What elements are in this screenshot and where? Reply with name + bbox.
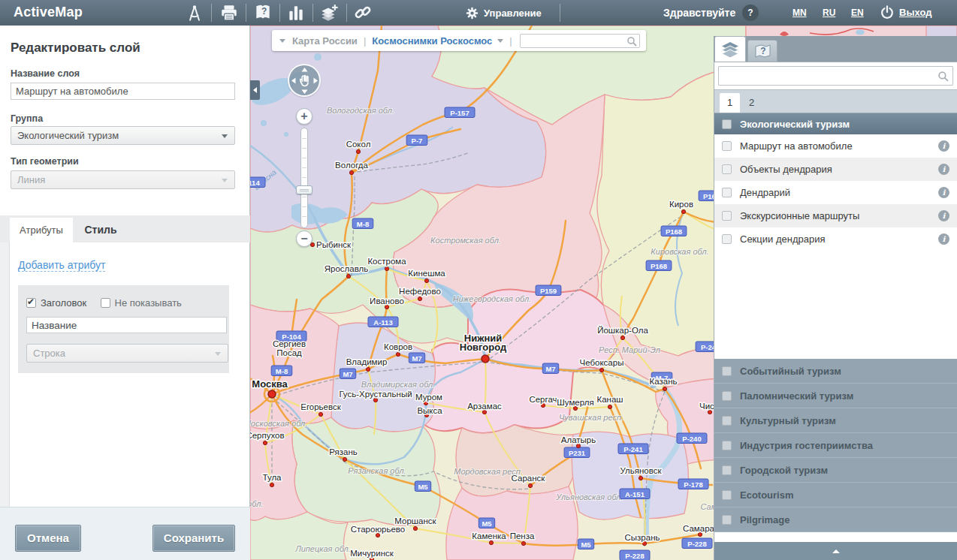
info-icon[interactable]: i: [938, 164, 949, 175]
pan-control[interactable]: [288, 64, 321, 97]
zoom-slider-handle[interactable]: [296, 185, 312, 194]
layer-checkbox[interactable]: [722, 234, 732, 244]
svg-text:Тула: Тула: [263, 473, 282, 482]
pan-up-icon: [302, 68, 308, 72]
info-icon[interactable]: i: [938, 187, 949, 198]
layers-search-input[interactable]: [718, 66, 953, 86]
road-badge: Р231: [564, 447, 590, 458]
add-layer-icon[interactable]: [319, 3, 339, 23]
base-layer-selector[interactable]: Карта России: [292, 35, 358, 47]
layer-checkbox[interactable]: [722, 164, 732, 174]
cancel-button[interactable]: Отмена: [15, 525, 81, 552]
svg-text:Ярославль: Ярославль: [325, 264, 369, 273]
lang-mn[interactable]: MN: [792, 8, 807, 18]
region-label: Московская обл.: [250, 419, 307, 428]
link-icon[interactable]: [353, 3, 373, 23]
page-tab-2[interactable]: 2: [741, 93, 762, 113]
attribute-name-input[interactable]: [26, 317, 227, 333]
layer-row[interactable]: Маршрут на автомобилеi: [714, 134, 957, 158]
road-badge: М5: [478, 518, 494, 528]
zoom-in-button[interactable]: +: [296, 108, 312, 125]
collapse-groups-bar[interactable]: [714, 542, 957, 560]
lang-en[interactable]: EN: [851, 8, 864, 18]
group-checkbox[interactable]: [722, 119, 732, 129]
print-icon[interactable]: [219, 3, 239, 23]
management-menu[interactable]: Управление: [466, 0, 542, 26]
group-name: Культурный туризм: [740, 415, 836, 426]
layer-name-input[interactable]: [11, 83, 235, 100]
layer-group-collapsed[interactable]: Городской туризм: [714, 458, 957, 483]
help-badge[interactable]: ?: [742, 5, 759, 21]
region-label: Респ. Марий-Эл: [599, 345, 660, 354]
svg-text:А-113: А-113: [373, 318, 392, 327]
layer-row[interactable]: Экскурсионные маршрутыi: [714, 204, 957, 227]
info-icon[interactable]: i: [938, 140, 949, 152]
svg-text:Пенза: Пенза: [510, 531, 535, 540]
layer-checkbox[interactable]: [722, 188, 732, 197]
svg-text:Казань: Казань: [650, 377, 678, 386]
layer-page-tabs: 1 2: [714, 89, 957, 113]
group-label: Группа: [11, 113, 43, 124]
base-layer-dropdown-icon[interactable]: [279, 39, 285, 43]
layer-row[interactable]: Объекты дендрарияi: [714, 158, 957, 181]
help-book-icon[interactable]: ?: [253, 3, 273, 23]
road-badge: М-8: [352, 218, 373, 229]
layer-group-collapsed[interactable]: Паломнический туризм: [714, 384, 957, 408]
overlay-layer-selector[interactable]: Космоснимки Роскосмос: [372, 35, 492, 47]
layer-row[interactable]: Дендрарийi: [714, 181, 957, 204]
edit-layer-panel: Редактировать слой Название слоя Группа …: [0, 26, 250, 560]
layer-checkbox[interactable]: [722, 141, 732, 151]
group-name: Ecotourism: [740, 489, 794, 501]
group-checkbox[interactable]: [722, 391, 732, 401]
chart-icon[interactable]: [286, 3, 306, 23]
header-checkbox[interactable]: [26, 298, 36, 308]
layers-icon: [720, 41, 740, 58]
measure-tool-icon[interactable]: [185, 3, 204, 23]
zoom-slider-track[interactable]: [300, 128, 308, 228]
group-select[interactable]: Экологический туризм: [11, 126, 235, 145]
group-checkbox[interactable]: [722, 366, 732, 376]
save-button[interactable]: Сохранить: [152, 525, 235, 552]
tab-attributes[interactable]: Атрибуты: [10, 218, 73, 242]
layer-row[interactable]: Секции дендрарияi: [714, 227, 957, 251]
zoom-out-button[interactable]: −: [296, 230, 312, 247]
svg-text:Р168: Р168: [666, 227, 682, 236]
map-search-input[interactable]: [520, 34, 640, 48]
page-tab-1[interactable]: 1: [720, 93, 740, 113]
logout-link[interactable]: Выход: [899, 7, 931, 18]
lang-ru[interactable]: RU: [823, 8, 835, 18]
svg-text:?: ?: [261, 6, 267, 17]
svg-text:М-8: М-8: [276, 367, 288, 375]
power-icon[interactable]: [879, 5, 895, 21]
map-city: СергиевПосад: [273, 339, 306, 357]
svg-text:Каменка: Каменка: [472, 531, 506, 540]
info-icon[interactable]: i: [938, 233, 949, 245]
region-label: Тульская обл.: [250, 499, 263, 508]
add-attribute-link[interactable]: Добавить атрибут: [18, 259, 105, 272]
overlay-dropdown-icon[interactable]: [497, 39, 503, 43]
layer-checkbox[interactable]: [722, 211, 732, 221]
info-icon[interactable]: i: [938, 210, 949, 221]
tab-layers[interactable]: [714, 36, 746, 62]
layer-group-collapsed[interactable]: Индустрия гостеприимства: [714, 433, 957, 458]
chevron-left-icon: [253, 87, 257, 93]
layer-group-collapsed[interactable]: Pilgrimage: [714, 507, 957, 532]
group-checkbox[interactable]: [722, 490, 732, 500]
group-checkbox[interactable]: [722, 465, 732, 475]
layer-group-header[interactable]: Экологический туризм: [714, 113, 957, 134]
pan-down-icon: [302, 90, 308, 95]
chevron-down-icon: [222, 179, 228, 182]
layer-group-collapsed[interactable]: Ecotourism: [714, 483, 957, 507]
group-checkbox[interactable]: [722, 441, 732, 450]
tab-style[interactable]: Стиль: [74, 218, 128, 242]
tab-legend[interactable]: ?: [747, 40, 777, 62]
collapse-panel-handle[interactable]: [250, 80, 260, 100]
group-name: Pilgrimage: [740, 514, 789, 525]
group-checkbox[interactable]: [722, 515, 732, 525]
layer-group-collapsed[interactable]: Событийный туризм: [714, 359, 957, 384]
svg-text:М7: М7: [545, 365, 555, 373]
group-checkbox[interactable]: [722, 416, 732, 426]
hide-checkbox[interactable]: [101, 298, 110, 308]
layer-name: Секции дендрария: [740, 233, 825, 245]
layer-group-collapsed[interactable]: Культурный туризм: [714, 408, 957, 433]
